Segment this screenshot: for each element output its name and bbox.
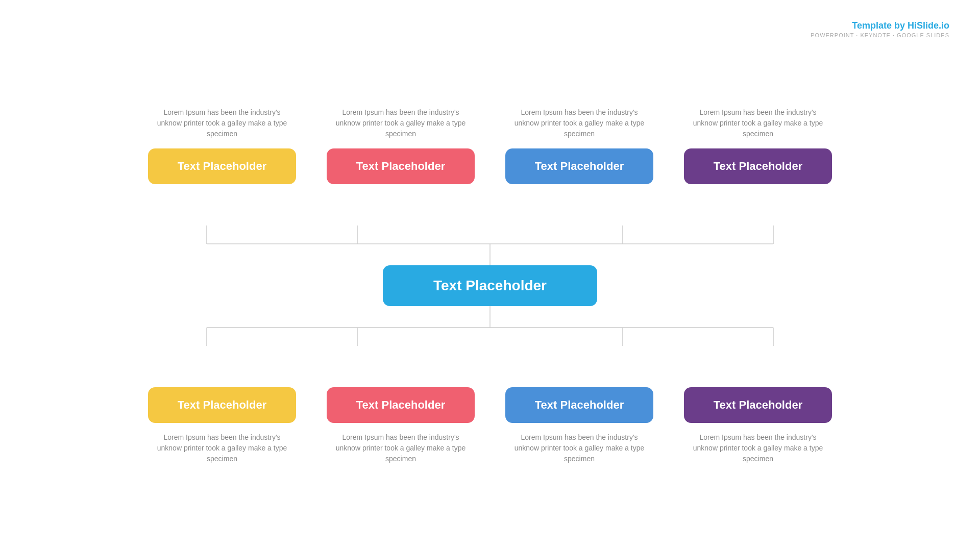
bottom-node-2: Text Placeholder Lorem Ipsum has been th… bbox=[327, 387, 475, 464]
center-node: Text Placeholder bbox=[383, 265, 597, 306]
top-node-1-box: Text Placeholder bbox=[148, 148, 296, 184]
top-node-2: Lorem Ipsum has been the industry's unkn… bbox=[327, 107, 475, 184]
bottom-node-3-text: Lorem Ipsum has been the industry's unkn… bbox=[513, 432, 646, 464]
center-box: Text Placeholder bbox=[383, 265, 597, 306]
top-section: Lorem Ipsum has been the industry's unkn… bbox=[133, 107, 847, 184]
bottom-node-3: Text Placeholder Lorem Ipsum has been th… bbox=[505, 387, 653, 464]
top-node-2-label: Text Placeholder bbox=[356, 160, 445, 173]
bottom-node-2-text: Lorem Ipsum has been the industry's unkn… bbox=[334, 432, 467, 464]
bottom-node-4-box: Text Placeholder bbox=[684, 387, 832, 423]
branding-subtitle: POWERPOINT · KEYNOTE · GOOGLE SLIDES bbox=[811, 32, 949, 38]
center-label: Text Placeholder bbox=[433, 278, 547, 294]
bottom-node-3-label: Text Placeholder bbox=[535, 398, 624, 412]
bottom-node-4: Text Placeholder Lorem Ipsum has been th… bbox=[684, 387, 832, 464]
top-node-2-box: Text Placeholder bbox=[327, 148, 475, 184]
diagram: Text Placeholder Lorem Ipsum has been th… bbox=[0, 61, 980, 510]
top-node-4-text: Lorem Ipsum has been the industry's unkn… bbox=[692, 107, 824, 139]
bottom-node-2-box: Text Placeholder bbox=[327, 387, 475, 423]
top-node-3-box: Text Placeholder bbox=[505, 148, 653, 184]
top-node-2-text: Lorem Ipsum has been the industry's unkn… bbox=[334, 107, 467, 139]
top-node-3: Lorem Ipsum has been the industry's unkn… bbox=[505, 107, 653, 184]
top-node-4-label: Text Placeholder bbox=[714, 160, 802, 173]
diagram-inner: Text Placeholder Lorem Ipsum has been th… bbox=[133, 107, 847, 464]
bottom-node-1-label: Text Placeholder bbox=[178, 398, 266, 412]
branding-brand: HiSlide.io bbox=[908, 20, 949, 31]
bottom-node-4-text: Lorem Ipsum has been the industry's unkn… bbox=[692, 432, 824, 464]
bottom-node-4-label: Text Placeholder bbox=[714, 398, 802, 412]
top-node-1-label: Text Placeholder bbox=[178, 160, 266, 173]
top-node-3-label: Text Placeholder bbox=[535, 160, 624, 173]
branding-line1: Template by HiSlide.io bbox=[811, 20, 949, 31]
bottom-node-1-box: Text Placeholder bbox=[148, 387, 296, 423]
branding: Template by HiSlide.io POWERPOINT · KEYN… bbox=[811, 20, 949, 38]
bottom-node-3-box: Text Placeholder bbox=[505, 387, 653, 423]
top-node-3-text: Lorem Ipsum has been the industry's unkn… bbox=[513, 107, 646, 139]
top-node-1-text: Lorem Ipsum has been the industry's unkn… bbox=[156, 107, 288, 139]
top-node-1: Lorem Ipsum has been the industry's unkn… bbox=[148, 107, 296, 184]
bottom-node-2-label: Text Placeholder bbox=[356, 398, 445, 412]
bottom-node-1: Text Placeholder Lorem Ipsum has been th… bbox=[148, 387, 296, 464]
bottom-section: Text Placeholder Lorem Ipsum has been th… bbox=[133, 387, 847, 464]
bottom-node-1-text: Lorem Ipsum has been the industry's unkn… bbox=[156, 432, 288, 464]
branding-prefix: Template by bbox=[852, 20, 908, 31]
top-node-4-box: Text Placeholder bbox=[684, 148, 832, 184]
top-node-4: Lorem Ipsum has been the industry's unkn… bbox=[684, 107, 832, 184]
